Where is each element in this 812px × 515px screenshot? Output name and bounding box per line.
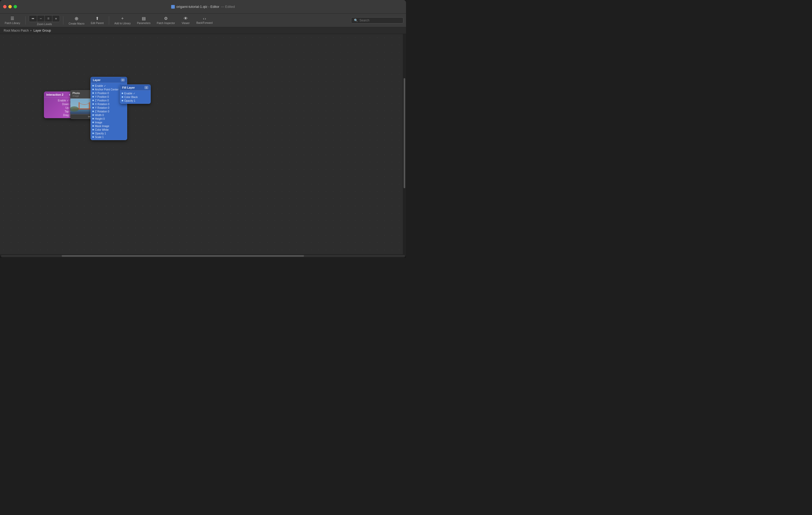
port-scale: Scale 1 [92,135,125,139]
minimize-button[interactable] [8,5,12,8]
port-dot [92,122,94,123]
port-fill-opacity: Opacity 1 [122,99,149,102]
create-macro-button[interactable]: ⊕ Create Macro [66,14,87,26]
port-dot [92,129,94,130]
port-dot [92,114,94,116]
node-fill-body: Enable ✓ Color Black Opacity 1 [120,90,150,103]
port-zrot: Z Rotation 0 [92,110,125,113]
port-yrot: Y Rotation 0 [92,106,125,110]
port-enable: Enable ✓ [46,98,71,102]
port-dot [122,96,123,98]
list-icon: ☰ [10,16,14,21]
forward-icon: › [205,17,206,21]
vertical-scrollbar[interactable] [403,34,406,254]
node-interaction2-body: Enable ✓ Down Up Tap Drag [44,97,73,118]
breadcrumb-child: Layer Group [33,29,51,32]
viewer-icon: 👁 [184,16,188,21]
toolbar: ☰ Patch Library •• − = + Zoom Levels ⊕ C… [0,13,406,27]
node-fill-badge: 1 [144,86,148,89]
separator-1 [25,16,26,25]
port-dot [92,89,94,90]
node-photo-subtitle: Image [72,95,80,97]
node-layer-title: Layer [93,79,100,82]
zoom-controls[interactable]: •• − = + [29,15,60,22]
back-icon: ‹ [203,17,204,21]
port-image: Image [92,121,125,124]
port-height: Height 0 [92,117,125,121]
patch-library-button[interactable]: ☰ Patch Library [3,15,22,26]
breadcrumb: Root Macro Patch ▶ Layer Group [0,27,406,34]
zoom-plus-button[interactable]: + [52,16,60,22]
separator-2 [63,16,63,25]
titlebar-title-area: origami-tutorial-1.qtz - Editor — Edited [171,5,235,9]
port-tap: Tap [46,110,71,113]
port-width: Width 0 [92,113,125,117]
maximize-button[interactable] [13,5,17,8]
edit-parent-label: Edit Parent [91,22,104,25]
search-box[interactable]: 🔍 [351,17,403,24]
zoom-minus-button[interactable]: − [37,16,45,22]
node-fill-header: Fill Layer 1 [120,85,150,90]
up-arrow-icon: ⬆ [95,16,99,21]
node-layer-header: Layer 2 [91,77,127,83]
titlebar: origami-tutorial-1.qtz - Editor — Edited [0,0,406,13]
zoom-label: Zoom Levels [37,23,52,26]
port-down: Down [46,102,71,106]
edited-label: — Edited [221,5,235,9]
search-input[interactable] [359,19,401,22]
node-photo-title: Photo [72,92,80,95]
port-fill-color: Color Black [122,95,149,99]
viewer-button[interactable]: 👁 Viewer [179,15,192,26]
port-dot [92,136,94,138]
node-fill-layer[interactable]: Fill Layer 1 Enable ✓ Color Black Opacit… [120,85,151,104]
window-title: origami-tutorial-1.qtz - Editor [176,5,219,9]
add-icon: ＋ [120,16,124,21]
canvas[interactable]: Interaction 2 Enable ✓ Down Up Tap [0,34,406,254]
port-dot [122,100,123,101]
back-forward-label: Back/Forward [197,22,213,24]
inspector-icon: ⚙ [164,16,168,21]
connection-lines [0,34,406,254]
parameters-icon: ▤ [142,16,146,21]
edit-parent-button[interactable]: ⬆ Edit Parent [89,15,106,26]
patch-inspector-button[interactable]: ⚙ Patch Inspector [154,15,177,26]
back-forward-button[interactable]: ‹ › Back/Forward [194,16,215,25]
zoom-equal-button[interactable]: = [45,16,52,22]
parameters-button[interactable]: ▤ Parameters [135,15,153,26]
plus-icon: ⊕ [75,16,79,22]
port-dot [92,107,94,109]
node-interaction2-header: Interaction 2 [44,92,73,97]
add-to-library-button[interactable]: ＋ Add to Library [112,14,133,26]
node-interaction2[interactable]: Interaction 2 Enable ✓ Down Up Tap [44,91,73,118]
port-mask: Mask Image [92,124,125,128]
patch-library-label: Patch Library [5,22,20,25]
port-dot [122,93,123,94]
node-fill-title: Fill Layer [122,86,135,89]
horizontal-scrollbar[interactable] [0,254,406,258]
port-drag: Drag [46,113,71,117]
search-icon: 🔍 [354,19,358,22]
port-dot [92,132,94,134]
scrollbar-v-thumb[interactable] [404,78,405,188]
zoom-expand-button[interactable]: •• [29,16,37,22]
breadcrumb-arrow: ▶ [30,29,32,32]
port-dot [92,111,94,112]
port-dot [92,125,94,127]
scrollbar-track [1,255,405,257]
app-window: origami-tutorial-1.qtz - Editor — Edited… [0,0,406,258]
close-button[interactable] [3,5,6,8]
create-macro-label: Create Macro [68,22,85,25]
parameters-label: Parameters [137,22,151,25]
svg-rect-4 [89,102,90,110]
scrollbar-thumb[interactable] [62,255,304,257]
port-color: Color White [92,128,125,131]
port-dot [92,92,94,94]
svg-rect-3 [79,102,80,110]
port-dot [92,100,94,101]
port-dot [92,118,94,119]
file-icon [171,5,175,9]
breadcrumb-root[interactable]: Root Macro Patch [4,29,29,32]
port-fill-enable: Enable ✓ [122,91,149,95]
add-to-library-label: Add to Library [114,22,130,25]
port-opacity: Opacity 1 [92,131,125,135]
